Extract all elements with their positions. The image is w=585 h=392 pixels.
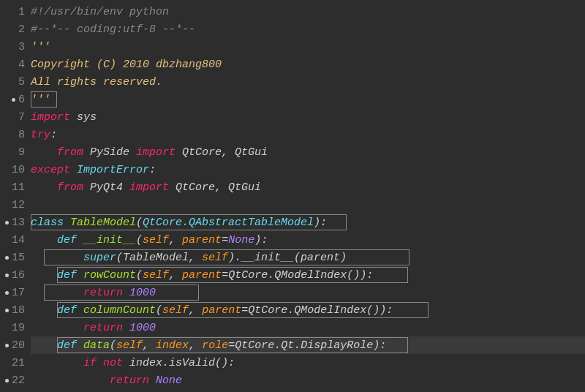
token: , xyxy=(169,269,182,282)
token: def xyxy=(57,234,77,246)
token: class xyxy=(31,216,64,229)
token: __init__ xyxy=(83,234,136,246)
token: if xyxy=(83,357,97,369)
token: rowCount xyxy=(83,269,136,282)
token xyxy=(77,304,83,317)
code-line[interactable]: from PySide import QtCore, QtGui xyxy=(31,143,585,161)
code-line[interactable]: def data(self, index, role=QtCore.Qt.Dis… xyxy=(31,336,585,354)
code-line[interactable]: ''' xyxy=(31,91,585,108)
token: ''' xyxy=(31,94,50,106)
token: def xyxy=(57,269,77,282)
token: import xyxy=(31,111,70,124)
code-area[interactable]: #!/usr/bin/env python#--*-- coding:utf-8… xyxy=(31,0,585,392)
line-number-row: 19 xyxy=(0,319,31,336)
token xyxy=(31,374,110,387)
code-line[interactable]: #--*-- coding:utf-8 --*-- xyxy=(31,20,585,38)
code-line[interactable]: All rights reserved. xyxy=(31,73,585,91)
token: , xyxy=(169,234,182,246)
token: =QtCore.QModelIndex()): xyxy=(222,269,373,282)
line-number: 4 xyxy=(18,59,25,71)
token xyxy=(31,146,57,159)
token: ( xyxy=(136,216,143,229)
token: self xyxy=(162,304,189,317)
token: ( xyxy=(136,269,143,282)
line-number-row: 10 xyxy=(0,161,31,178)
code-line[interactable]: import sys xyxy=(31,108,585,126)
line-number-row: 14 xyxy=(0,231,31,249)
token: columnCount xyxy=(83,304,156,317)
token: (TableModel, xyxy=(116,252,202,264)
token: def xyxy=(57,304,77,317)
token: parent xyxy=(182,234,222,246)
line-number-row: 21 xyxy=(0,354,31,372)
line-number-row: 8 xyxy=(0,126,31,143)
code-line[interactable]: def __init__(self, parent=None): xyxy=(31,231,585,249)
token: index xyxy=(156,339,189,352)
line-number-row: 7 xyxy=(0,108,31,126)
code-line[interactable]: return 1000 xyxy=(31,319,585,336)
line-number: 12 xyxy=(12,199,25,211)
code-line[interactable]: from PyQt4 import QtCore, QtGui xyxy=(31,178,585,196)
line-number-row: 22 xyxy=(0,372,31,389)
token xyxy=(31,322,83,334)
code-line[interactable]: def rowCount(self, parent=QtCore.QModelI… xyxy=(31,266,585,284)
line-number: 21 xyxy=(12,357,25,369)
line-number: 22 xyxy=(12,374,25,387)
token: return xyxy=(110,374,149,387)
token: QtCore.QAbstractTableModel xyxy=(143,216,314,229)
token xyxy=(31,287,83,299)
modified-dot-icon xyxy=(5,379,9,382)
token: 1000 xyxy=(129,322,156,334)
line-number: 14 xyxy=(12,234,25,246)
token: role xyxy=(202,339,228,352)
line-number-row: 1 xyxy=(0,3,31,20)
line-number: 18 xyxy=(12,304,25,317)
code-line[interactable]: def columnCount(self, parent=QtCore.QMod… xyxy=(31,301,585,319)
token xyxy=(97,357,103,369)
token: ( xyxy=(136,234,143,246)
token: super xyxy=(83,252,116,264)
code-line[interactable]: try: xyxy=(31,126,585,143)
code-line[interactable] xyxy=(31,196,585,214)
token xyxy=(31,252,83,264)
code-line[interactable]: ''' xyxy=(31,38,585,56)
token: from xyxy=(57,146,83,159)
line-number: 11 xyxy=(12,181,25,194)
token: Copyright (C) 2010 dbzhang800 xyxy=(31,59,222,71)
token: import xyxy=(129,181,169,194)
code-line[interactable]: #!/usr/bin/env python xyxy=(31,3,585,20)
token xyxy=(123,322,129,334)
line-number: 20 xyxy=(12,339,25,352)
token xyxy=(31,304,57,317)
code-line[interactable]: class TableModel(QtCore.QAbstractTableMo… xyxy=(31,214,585,231)
token: #--*-- coding:utf-8 --*-- xyxy=(31,23,195,36)
code-line[interactable]: return None xyxy=(31,372,585,389)
token: : xyxy=(50,129,57,141)
line-number-row: 18 xyxy=(0,301,31,319)
line-number-row: 17 xyxy=(0,284,31,301)
line-number: 3 xyxy=(18,41,25,53)
token: ): xyxy=(254,234,268,246)
line-number: 9 xyxy=(18,146,25,159)
token: except xyxy=(31,164,70,176)
line-number: 13 xyxy=(12,216,25,229)
token: import xyxy=(136,146,176,159)
token: from xyxy=(57,181,83,194)
line-number: 15 xyxy=(12,252,25,264)
code-line[interactable]: return 1000 xyxy=(31,284,585,301)
modified-dot-icon xyxy=(12,98,15,102)
token: sys xyxy=(70,111,97,124)
code-editor[interactable]: 12345678910111213141516171819202122 #!/u… xyxy=(0,0,585,392)
token: index.isValid(): xyxy=(123,357,235,369)
code-line[interactable]: super(TableModel, self).__init__(parent) xyxy=(31,249,585,266)
line-number-row: 2 xyxy=(0,20,31,38)
token: return xyxy=(83,322,123,334)
code-line[interactable]: Copyright (C) 2010 dbzhang800 xyxy=(31,56,585,73)
token: 1000 xyxy=(129,287,156,299)
code-line[interactable]: if not index.isValid(): xyxy=(31,354,585,372)
code-line[interactable]: except ImportError: xyxy=(31,161,585,178)
token: , xyxy=(189,304,202,317)
line-number: 17 xyxy=(12,287,25,299)
token xyxy=(149,374,156,387)
token xyxy=(64,216,70,229)
